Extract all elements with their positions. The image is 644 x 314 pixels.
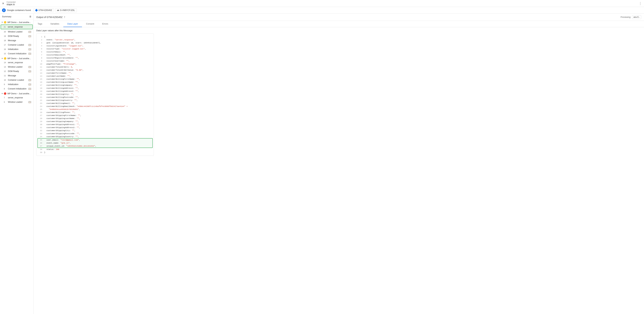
code-box: 1{2 event: "server_response",3 gtm: {uni… bbox=[36, 34, 154, 156]
code-line-31: 31 customerShippingAddress2: "", bbox=[38, 126, 152, 129]
item-17-num: 17 bbox=[4, 44, 7, 46]
line-number-18: 18 bbox=[38, 87, 42, 90]
sidebar-item-21[interactable]: 21 server_response bbox=[1, 25, 33, 29]
tab-consent[interactable]: Consent bbox=[82, 21, 98, 27]
line-number-28: 28 bbox=[38, 117, 42, 120]
code-text-39: } bbox=[44, 151, 152, 154]
line-number-26: 26 bbox=[38, 111, 42, 114]
sidebar-group-2: ▼ 🟡 WP Demo – Just anothe... 14 server_r… bbox=[0, 56, 34, 91]
code-line-15: 15 customerBillingFirstName: "", bbox=[38, 78, 152, 81]
code-line-27: 27 customerShippingFirstName: "", bbox=[38, 114, 152, 117]
code-text-16: customerBillingLastName: "", bbox=[44, 81, 152, 84]
code-line-39: 39} bbox=[38, 151, 152, 154]
line-number-29: 29 bbox=[38, 120, 42, 123]
line-number-23: 23 bbox=[38, 102, 42, 105]
code-line-36: 36 event_name: "gtm.js", bbox=[38, 142, 152, 145]
line-number-11: 11 bbox=[38, 66, 42, 69]
collapse-arrow-2: ▼ bbox=[1, 58, 3, 59]
sidebar-group-3-header[interactable]: ▼ 🔴 WP Demo – Just anothe... bbox=[0, 91, 34, 96]
code-line-1: 1{ bbox=[38, 35, 152, 38]
sidebar-group-1-header[interactable]: ▼ 🟡 WP Demo – Just anothe... bbox=[0, 20, 34, 24]
code-text-3: gtm: {uniqueEventId: 10, start: 16545321… bbox=[44, 41, 152, 44]
code-text-8: visitorRegistrationDate: "", bbox=[44, 57, 152, 60]
sidebar-item-8[interactable]: 8 Consent Initialization 📋 bbox=[0, 87, 34, 91]
sidebar: Summary 🗑 ▼ 🟡 WP Demo – Just anothe... 2… bbox=[0, 14, 34, 314]
sidebar-item-17[interactable]: 17 Container Loaded 📋 bbox=[0, 43, 34, 47]
top-bar-info: Connected stape.io bbox=[6, 1, 16, 6]
code-line-29: 29 customerShippingCompany: "", bbox=[38, 120, 152, 123]
code-text-9: visitorUsername: "", bbox=[44, 60, 152, 63]
item-19-badge: 📋 bbox=[28, 35, 32, 37]
line-number-9: 9 bbox=[38, 60, 42, 63]
item-20-num: 20 bbox=[4, 31, 7, 33]
item-17-badge: 📋 bbox=[28, 44, 32, 46]
line-number-12: 12 bbox=[38, 69, 42, 72]
item-9-label: Initialization bbox=[8, 83, 28, 86]
code-line-34: 34 customerShippingCountry: "", bbox=[38, 135, 152, 138]
data-layer-label: Data Layer values after this Message: bbox=[36, 29, 641, 32]
item-18-num: 18 bbox=[4, 40, 7, 42]
sidebar-item-14[interactable]: 14 server_response bbox=[0, 60, 34, 65]
line-number-10: 10 bbox=[38, 63, 42, 66]
tabs-bar: Tags Variables Data Layer Consent Errors bbox=[34, 21, 644, 27]
sidebar-item-6[interactable]: 6 Window Loaded 📋 bbox=[0, 100, 34, 104]
tab-variables[interactable]: Variables bbox=[46, 21, 63, 27]
close-icon[interactable]: ✕ bbox=[2, 2, 4, 5]
line-number-25: 25 bbox=[38, 108, 42, 111]
preview-value-text: env-5 bbox=[634, 16, 638, 18]
container-tab-gvm[interactable]: G-VM9YCFJZ0L bbox=[55, 8, 77, 12]
line-number-31: 31 bbox=[38, 126, 42, 129]
sidebar-item-15[interactable]: 15 Consent Initialization 📋 bbox=[0, 52, 34, 56]
highlight-green-box: 35 user_email: "test@gmail.com",36 event… bbox=[38, 138, 153, 148]
sidebar-item-12[interactable]: 12 DOM Ready 📋 bbox=[0, 69, 34, 74]
code-text-6: visitorEmail: "", bbox=[44, 51, 152, 54]
sidebar-item-9[interactable]: 9 Initialization 📋 bbox=[0, 82, 34, 87]
code-text-28: customerShippingLastName: "", bbox=[44, 117, 152, 120]
item-11-label: Message bbox=[8, 75, 32, 77]
sidebar-item-19[interactable]: 19 DOM Ready 📋 bbox=[0, 34, 34, 38]
line-number-21: 21 bbox=[38, 96, 42, 99]
menu-icon[interactable]: ⋮ bbox=[638, 1, 642, 5]
line-number-5: 5 bbox=[38, 47, 42, 51]
sidebar-group-2-header[interactable]: ▼ 🟡 WP Demo – Just anothe... bbox=[0, 56, 34, 60]
tab-data-layer[interactable]: Data Layer bbox=[63, 21, 82, 27]
code-text-35: user_email: "test@gmail.com", bbox=[44, 139, 152, 142]
sidebar-item-11[interactable]: 11 Message bbox=[0, 74, 34, 78]
sidebar-item-13[interactable]: 13 Window Loaded 📋 bbox=[0, 65, 34, 69]
code-line-16: 16 customerBillingLastName: "", bbox=[38, 81, 152, 84]
line-number-1: 1 bbox=[38, 35, 42, 38]
help-icon[interactable]: ? bbox=[64, 16, 65, 19]
code-line-2: 2 event: "server_response", bbox=[38, 38, 152, 41]
sidebar-item-20[interactable]: 20 Window Loaded 📋 bbox=[0, 30, 34, 34]
tab-errors[interactable]: Errors bbox=[98, 21, 112, 27]
code-text-20: customerBillingCity: "", bbox=[44, 93, 152, 96]
code-line-30: 30 customerShippingAddress1: "", bbox=[38, 123, 152, 126]
code-line-26: 26 customerBillingPhone: "", bbox=[38, 111, 152, 114]
sidebar-item-16[interactable]: 16 Initialization 📋 bbox=[0, 47, 34, 52]
group-2-emoji: 🟡 bbox=[4, 57, 6, 60]
line-number-30: 30 bbox=[38, 123, 42, 126]
item-6-badge: 📋 bbox=[28, 101, 32, 103]
code-text-23: customerBillingEmail: "", bbox=[44, 102, 152, 105]
code-text-10: pagePostType: "frontpage", bbox=[44, 63, 152, 66]
code-line-7: 7 visitorEmailHash: "", bbox=[38, 54, 152, 57]
sidebar-item-7[interactable]: 7 server_response bbox=[0, 96, 34, 100]
code-text-34: customerShippingCountry: "", bbox=[44, 135, 152, 138]
collapse-arrow-1: ▼ bbox=[1, 21, 3, 23]
code-text-29: customerShippingCompany: "", bbox=[44, 120, 152, 123]
tab-tags[interactable]: Tags bbox=[34, 21, 46, 27]
code-line-8: 8 visitorRegistrationDate: "", bbox=[38, 57, 152, 60]
sidebar-item-10[interactable]: 10 Container Loaded 📋 bbox=[0, 78, 34, 82]
code-text-38: status: 200 bbox=[44, 148, 152, 151]
item-10-badge: 📋 bbox=[28, 79, 32, 81]
code-line-20: 20 customerBillingCity: "", bbox=[38, 93, 152, 96]
preview-value-selector[interactable]: env-5 › bbox=[632, 15, 641, 19]
code-line-13: 13 customerFirstName: "", bbox=[38, 72, 152, 75]
item-10-num: 10 bbox=[4, 79, 7, 81]
container-tab-gtm[interactable]: GTM-KZ6S45Z bbox=[34, 8, 54, 12]
sidebar-group-1: ▼ 🟡 WP Demo – Just anothe... 21 server_r… bbox=[0, 20, 34, 56]
sidebar-item-18[interactable]: 18 Message bbox=[0, 38, 34, 43]
line-number-19: 19 bbox=[38, 90, 42, 93]
trash-icon[interactable]: 🗑 bbox=[29, 15, 32, 18]
diamond-icon bbox=[35, 9, 38, 12]
